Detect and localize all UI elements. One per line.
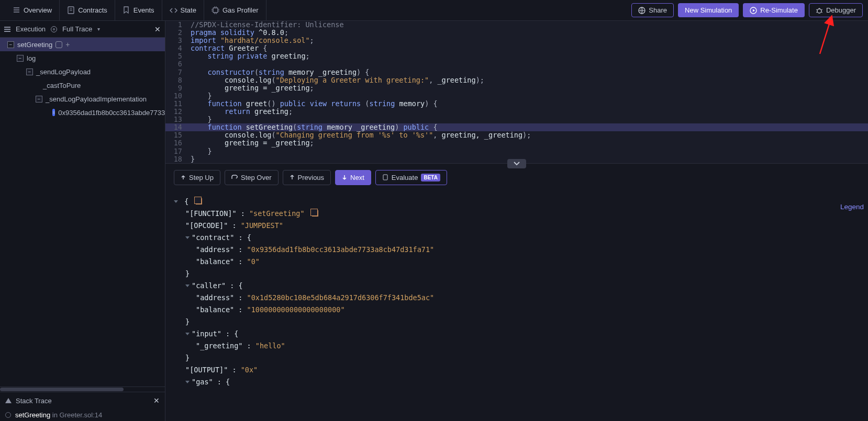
caret-icon[interactable] <box>185 381 190 383</box>
step-up-button[interactable]: Step Up <box>174 170 220 185</box>
stack-trace-row[interactable]: setGreeting in Greeter.sol:14 <box>0 409 165 421</box>
code-line[interactable]: 16 greeting = _greeting; <box>165 139 868 147</box>
tree-item-sendLogPayloadImpl[interactable]: − _sendLogPayloadImplementation <box>0 92 165 106</box>
code-line[interactable]: 13 } <box>165 116 868 123</box>
legend-link[interactable]: Legend <box>840 201 864 213</box>
code-line[interactable]: 7 constructor(string memory _greeting) { <box>165 69 868 76</box>
code-content: //SPDX-License-Identifier: Unlicense <box>191 21 344 29</box>
arrow-up-left-icon <box>181 175 186 180</box>
chip-icon <box>212 6 219 14</box>
caret-icon[interactable] <box>185 236 190 239</box>
tab-overview[interactable]: Overview <box>5 0 60 21</box>
scrollbar-thumb[interactable] <box>0 388 124 391</box>
circle-icon <box>5 412 11 418</box>
caret-icon[interactable] <box>185 333 190 335</box>
code-content: contract Greeter { <box>191 44 267 52</box>
stack-trace-title: Stack Trace <box>16 397 52 405</box>
button-label: Debugger <box>826 6 856 14</box>
json-line: "balance" : "100000000000000000000" <box>174 304 860 316</box>
tab-label: Contracts <box>78 6 107 14</box>
svg-point-4 <box>817 9 821 13</box>
expand-handle[interactable] <box>507 159 526 168</box>
stack-trace-fn: setGreeting <box>15 411 50 419</box>
beta-badge: BETA <box>421 174 440 181</box>
code-content: string private greeting; <box>191 52 310 60</box>
tab-contracts[interactable]: Contracts <box>60 0 115 21</box>
sidebar-scrollbar-horizontal[interactable] <box>0 386 165 392</box>
arrow-down-icon <box>342 175 347 180</box>
code-line[interactable]: 12 return greeting; <box>165 108 868 116</box>
tree-item-log[interactable]: − log <box>0 51 165 65</box>
tree-label: _sendLogPayload <box>36 68 91 76</box>
evaluate-button[interactable]: Evaluate BETA <box>375 170 447 185</box>
collapse-icon[interactable]: − <box>26 69 33 75</box>
code-line[interactable]: 3import "hardhat/console.sol"; <box>165 37 868 44</box>
re-simulate-button[interactable]: Re-Simulate <box>743 3 805 17</box>
code-line[interactable]: 10 } <box>165 92 868 100</box>
next-button[interactable]: Next <box>335 170 371 185</box>
code-line[interactable]: 6 <box>165 60 868 68</box>
code-icon <box>170 6 177 14</box>
copy-icon[interactable] <box>196 198 202 204</box>
execution-title: Execution <box>16 25 46 33</box>
tab-gas-profiler[interactable]: Gas Profiler <box>204 0 266 21</box>
line-number: 1 <box>165 21 191 29</box>
caret-icon[interactable] <box>185 285 190 287</box>
tree-label: _sendLogPayloadImplementation <box>46 95 147 103</box>
code-line[interactable]: 2pragma solidity ^0.8.0; <box>165 29 868 37</box>
code-line[interactable]: 5 string private greeting; <box>165 52 868 60</box>
collapse-icon[interactable]: − <box>17 55 24 62</box>
tab-label: Events <box>133 6 154 14</box>
code-content: import "hardhat/console.sol"; <box>191 37 314 44</box>
json-line: "contract" : { <box>174 232 860 244</box>
code-line[interactable]: 15 console.log("Changing greeting from '… <box>165 131 868 139</box>
caret-icon[interactable] <box>174 200 178 203</box>
tab-events[interactable]: Events <box>115 0 162 21</box>
step-over-button[interactable]: Step Over <box>225 170 279 185</box>
tree-item-castToPure[interactable]: _castToPure <box>0 78 165 92</box>
close-icon[interactable]: ✕ <box>154 25 161 33</box>
stack-trace-panel: Stack Trace ✕ setGreeting in Greeter.sol… <box>0 392 165 421</box>
json-line: } <box>174 316 860 328</box>
tree-item-sendLogPayload[interactable]: − _sendLogPayload <box>0 65 165 78</box>
target-icon <box>51 26 57 32</box>
code-content: constructor(string memory _greeting) { <box>191 69 369 76</box>
execution-header: Execution Full Trace ▾ ✕ <box>0 21 165 38</box>
tree-label: _castToPure <box>43 82 81 89</box>
line-number: 8 <box>165 76 191 84</box>
code-editor[interactable]: 1//SPDX-License-Identifier: Unlicense2pr… <box>165 21 868 164</box>
code-line[interactable]: 14 function setGreeting(string memory _g… <box>165 123 868 131</box>
close-icon[interactable]: ✕ <box>153 396 160 405</box>
code-line[interactable]: 4contract Greeter { <box>165 44 868 52</box>
code-line[interactable]: 11 function greet() public view returns … <box>165 100 868 108</box>
hamburger-icon[interactable] <box>4 27 10 32</box>
json-line: "[FUNCTION]" : "setGreeting" <box>174 208 860 220</box>
code-line[interactable]: 17 } <box>165 147 868 155</box>
tab-state[interactable]: State <box>162 0 204 21</box>
content-area: 1//SPDX-License-Identifier: Unlicense2pr… <box>165 21 868 421</box>
line-number: 11 <box>165 100 191 108</box>
tree-root-setGreeting[interactable]: − setGreeting + <box>0 38 165 51</box>
copy-icon[interactable] <box>312 210 318 217</box>
comment-icon[interactable] <box>55 41 62 48</box>
share-button[interactable]: Share <box>631 3 674 17</box>
chevron-down-icon[interactable]: ▾ <box>97 26 100 32</box>
collapse-icon[interactable]: − <box>36 96 42 103</box>
json-line: "input" : { <box>174 328 860 340</box>
json-line: "[OPCODE]" : "JUMPDEST" <box>174 220 860 232</box>
line-number: 9 <box>165 84 191 92</box>
previous-button[interactable]: Previous <box>283 170 331 185</box>
plus-icon[interactable]: + <box>65 40 70 49</box>
code-line[interactable]: 1//SPDX-License-Identifier: Unlicense <box>165 21 868 29</box>
json-line: { <box>174 196 860 208</box>
code-line[interactable]: 9 greeting = _greeting; <box>165 84 868 92</box>
debugger-button[interactable]: Debugger <box>809 3 863 17</box>
line-number: 2 <box>165 29 191 37</box>
button-label: Previous <box>298 174 325 181</box>
code-content: function setGreeting(string memory _gree… <box>191 123 438 131</box>
collapse-icon[interactable]: − <box>7 41 14 48</box>
json-line: "address" : "0x1d5280bc108e5db684a2917d6… <box>174 292 860 304</box>
tree-item-address[interactable]: ≡ 0x9356dad1fb8b0cc3613abde7733a8 <box>0 106 165 119</box>
new-simulation-button[interactable]: New Simulation <box>678 3 739 17</box>
code-line[interactable]: 8 console.log("Deploying a Greeter with … <box>165 76 868 84</box>
